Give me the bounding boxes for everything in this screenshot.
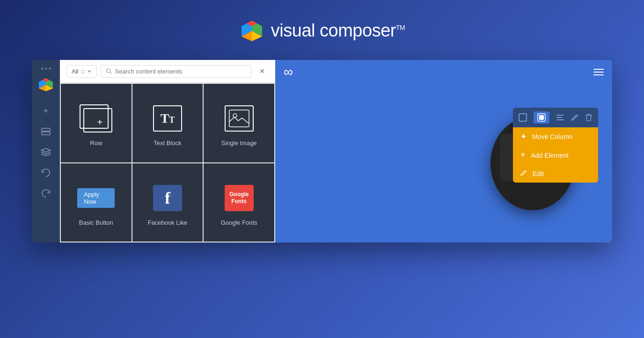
button-icon-area: Apply Now xyxy=(77,182,115,214)
sidebar-logo-icon xyxy=(37,76,54,93)
context-add-element[interactable]: + Add Element xyxy=(513,146,598,165)
dot-3 xyxy=(49,67,51,70)
toolbar-icon-select-outer[interactable] xyxy=(519,113,527,122)
svg-rect-11 xyxy=(42,132,50,135)
textblock-icon: TT xyxy=(153,105,182,132)
element-single-image[interactable]: Single Image xyxy=(204,84,274,162)
menu-line-1 xyxy=(593,69,604,70)
main-content: + xyxy=(0,60,644,338)
logo-text: visual composerTM xyxy=(271,21,405,41)
googlefonts-label: Google Fonts xyxy=(221,219,257,226)
element-text-block[interactable]: TT Text Block xyxy=(132,84,203,162)
toolbar-icon-edit-pencil[interactable] xyxy=(571,114,578,121)
svg-line-13 xyxy=(110,72,111,73)
facebook-icon: f xyxy=(153,185,182,211)
svg-point-12 xyxy=(107,69,110,73)
canvas-body: ✦ Move Column + Add Element xyxy=(275,84,612,242)
move-column-label: Move Column xyxy=(532,133,572,140)
image-svg xyxy=(229,110,249,127)
element-facebook-like[interactable]: f Facebook Like xyxy=(132,163,203,242)
canvas-topbar: ∞ xyxy=(275,60,612,84)
row-icon-area: + xyxy=(77,102,115,135)
googlefonts-icon-area: Google Fonts xyxy=(220,182,258,214)
sidebar-redo-icon[interactable] xyxy=(36,184,56,203)
facebook-icon-area: f xyxy=(149,182,186,214)
textblock-icon-area: TT xyxy=(149,102,186,135)
image-icon xyxy=(225,105,254,132)
svg-rect-16 xyxy=(519,114,527,121)
edit-icon xyxy=(520,169,527,178)
panel-header: All ⬡ × xyxy=(60,60,275,83)
sidebar: + xyxy=(32,60,60,242)
elements-panel: All ⬡ × xyxy=(60,60,275,242)
svg-point-15 xyxy=(233,114,237,118)
button-preview: Apply Now xyxy=(77,188,115,208)
svg-rect-14 xyxy=(229,110,249,127)
search-icon xyxy=(106,68,112,74)
context-toolbar xyxy=(513,108,598,127)
header: visual composerTM xyxy=(239,0,405,60)
context-edit[interactable]: Edit xyxy=(513,165,598,183)
element-basic-button[interactable]: Apply Now Basic Button xyxy=(61,163,132,242)
chevron-down-icon xyxy=(87,69,92,73)
dot-1 xyxy=(41,67,44,70)
svg-rect-10 xyxy=(42,128,50,131)
element-row[interactable]: + Row xyxy=(61,84,132,162)
textblock-label: Text Block xyxy=(154,140,181,147)
element-google-fonts[interactable]: Google Fonts Google Fonts xyxy=(204,163,274,242)
sidebar-layout-icon[interactable] xyxy=(36,122,56,141)
add-element-icon: + xyxy=(520,150,526,160)
gf-text2: Fonts xyxy=(231,198,247,205)
sidebar-undo-icon[interactable] xyxy=(36,163,56,182)
context-move-column[interactable]: ✦ Move Column xyxy=(513,127,598,146)
sidebar-layers-icon[interactable] xyxy=(36,143,56,162)
chevron-icon: ⬡ xyxy=(81,69,85,74)
menu-line-2 xyxy=(593,72,604,73)
sidebar-add-icon[interactable]: + xyxy=(36,102,56,120)
toolbar-icon-align[interactable] xyxy=(556,114,564,121)
facebook-label: Facebook Like xyxy=(148,219,188,226)
row-icon: + xyxy=(80,104,112,132)
logo-icon xyxy=(239,18,264,43)
search-box[interactable] xyxy=(101,65,252,78)
svg-rect-18 xyxy=(539,115,544,120)
sidebar-dots xyxy=(32,64,60,73)
search-input[interactable] xyxy=(115,68,247,75)
context-dropdown: ✦ Move Column + Add Element xyxy=(513,127,598,183)
add-element-label: Add Element xyxy=(531,152,569,159)
image-label: Single Image xyxy=(221,140,257,147)
hamburger-menu[interactable] xyxy=(593,69,604,75)
tt-icon: TT xyxy=(161,112,175,125)
infinity-logo: ∞ xyxy=(284,65,292,80)
menu-line-3 xyxy=(593,74,604,75)
canvas: ∞ xyxy=(275,60,612,242)
context-menu: ✦ Move Column + Add Element xyxy=(513,108,598,183)
toolbar-icon-select-inner[interactable] xyxy=(534,111,549,124)
move-column-icon: ✦ xyxy=(520,132,527,141)
googlefonts-icon: Google Fonts xyxy=(225,185,254,211)
fb-letter: f xyxy=(165,188,170,208)
filter-dropdown[interactable]: All ⬡ xyxy=(66,65,97,78)
row-label: Row xyxy=(90,140,102,147)
toolbar-icon-delete[interactable] xyxy=(585,113,593,122)
button-label: Basic Button xyxy=(79,219,113,226)
filter-label: All xyxy=(72,68,78,75)
edit-label: Edit xyxy=(533,170,544,177)
close-button[interactable]: × xyxy=(256,65,269,78)
gf-text1: Google xyxy=(229,191,249,198)
image-icon-area xyxy=(220,102,258,135)
elements-grid: + Row TT Text Block xyxy=(60,83,275,242)
dot-2 xyxy=(45,67,47,70)
editor-window: + xyxy=(32,60,612,242)
